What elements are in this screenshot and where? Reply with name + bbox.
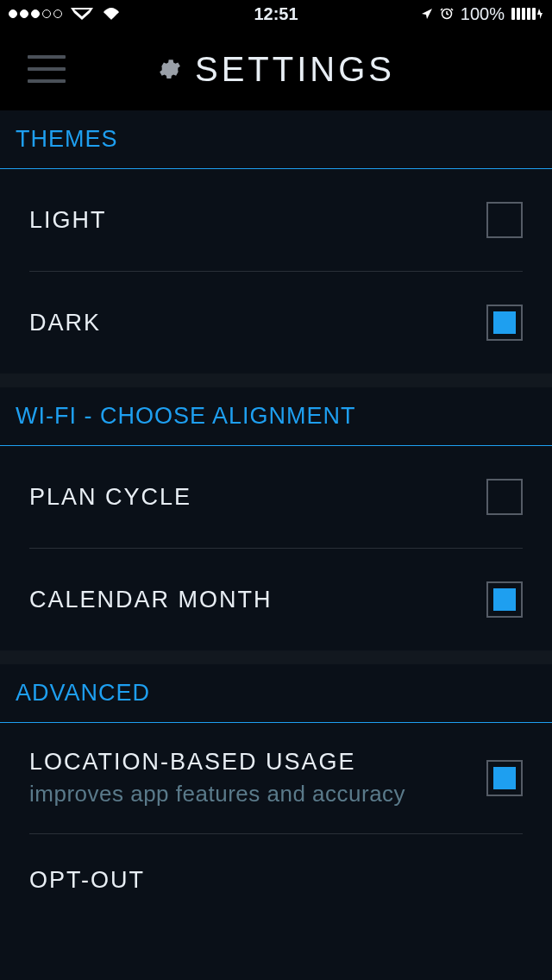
- section-themes: THEMES: [0, 110, 552, 169]
- label-dark: DARK: [29, 310, 101, 336]
- carrier-icon: [69, 6, 95, 22]
- checkbox-plan-cycle[interactable]: [486, 479, 523, 515]
- row-plan-cycle[interactable]: PLAN CYCLE: [0, 446, 552, 548]
- row-calendar-month[interactable]: CALENDAR MONTH: [0, 549, 552, 650]
- location-icon: [421, 4, 433, 24]
- battery-percent: 100%: [461, 4, 505, 24]
- signal-dots: [9, 9, 62, 18]
- status-bar: 12:51 100%: [0, 0, 552, 28]
- status-time: 12:51: [254, 4, 298, 24]
- status-left: [9, 6, 121, 22]
- label-location: LOCATION-BASED USAGE: [29, 749, 405, 776]
- sublabel-location: improves app features and accuracy: [29, 781, 405, 807]
- alarm-icon: [440, 4, 454, 24]
- section-gap: [0, 650, 552, 664]
- checkbox-calendar-month[interactable]: [486, 581, 523, 618]
- row-theme-dark[interactable]: DARK: [0, 272, 552, 374]
- section-wifi: WI-FI - CHOOSE ALIGNMENT: [0, 387, 552, 446]
- status-right: 100%: [421, 4, 543, 24]
- label-plan-cycle: PLAN CYCLE: [29, 484, 191, 511]
- battery-icon: [511, 8, 543, 20]
- header: SETTINGS: [0, 28, 552, 110]
- label-opt-out: OPT-OUT: [29, 867, 145, 894]
- section-advanced: ADVANCED: [0, 664, 552, 723]
- label-calendar-month: CALENDAR MONTH: [29, 587, 273, 613]
- section-gap: [0, 374, 552, 387]
- wifi-icon: [102, 7, 121, 21]
- checkbox-dark[interactable]: [486, 305, 523, 341]
- page-title: SETTINGS: [195, 50, 395, 89]
- row-opt-out[interactable]: OPT-OUT: [0, 834, 552, 902]
- label-light: LIGHT: [29, 207, 107, 234]
- row-location-usage[interactable]: LOCATION-BASED USAGE improves app featur…: [0, 723, 552, 833]
- gear-icon: [157, 56, 183, 82]
- checkbox-light[interactable]: [486, 202, 523, 238]
- checkbox-location[interactable]: [486, 760, 523, 796]
- menu-button[interactable]: [28, 55, 66, 83]
- row-theme-light[interactable]: LIGHT: [0, 169, 552, 271]
